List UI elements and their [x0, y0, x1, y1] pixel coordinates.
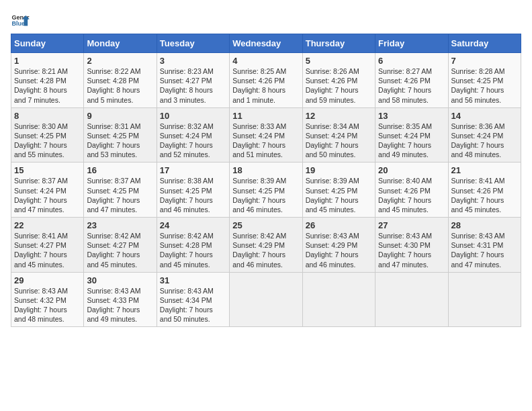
- header-wednesday: Wednesday: [230, 34, 302, 53]
- calendar-cell: 11Sunrise: 8:33 AM Sunset: 4:24 PM Dayli…: [230, 107, 302, 163]
- calendar-cell: 21Sunrise: 8:41 AM Sunset: 4:26 PM Dayli…: [448, 163, 521, 218]
- day-number: 7: [451, 56, 518, 66]
- header-saturday: Saturday: [448, 34, 521, 53]
- week-row-1: 1Sunrise: 8:21 AM Sunset: 4:28 PM Daylig…: [11, 53, 521, 108]
- calendar-cell: 1Sunrise: 8:21 AM Sunset: 4:28 PM Daylig…: [11, 53, 84, 108]
- day-number: 5: [306, 56, 372, 66]
- day-number: 21: [451, 165, 518, 175]
- cell-content: Sunrise: 8:37 AM Sunset: 4:24 PM Dayligh…: [14, 176, 81, 214]
- week-row-3: 15Sunrise: 8:37 AM Sunset: 4:24 PM Dayli…: [11, 163, 521, 218]
- cell-content: Sunrise: 8:28 AM Sunset: 4:25 PM Dayligh…: [451, 66, 518, 105]
- day-number: 15: [14, 165, 81, 175]
- cell-content: Sunrise: 8:42 AM Sunset: 4:29 PM Dayligh…: [232, 231, 299, 269]
- cell-content: Sunrise: 8:30 AM Sunset: 4:25 PM Dayligh…: [14, 122, 81, 160]
- day-number: 18: [232, 165, 299, 175]
- day-number: 13: [378, 111, 445, 121]
- calendar-cell: 17Sunrise: 8:38 AM Sunset: 4:25 PM Dayli…: [157, 163, 229, 218]
- calendar-cell: [375, 272, 448, 327]
- cell-content: Sunrise: 8:42 AM Sunset: 4:28 PM Dayligh…: [160, 231, 226, 269]
- calendar-cell: 29Sunrise: 8:43 AM Sunset: 4:32 PM Dayli…: [11, 272, 84, 327]
- cell-content: Sunrise: 8:43 AM Sunset: 4:34 PM Dayligh…: [160, 286, 226, 324]
- calendar-cell: 4Sunrise: 8:25 AM Sunset: 4:26 PM Daylig…: [230, 53, 302, 108]
- header-monday: Monday: [84, 34, 157, 53]
- cell-content: Sunrise: 8:35 AM Sunset: 4:24 PM Dayligh…: [378, 122, 445, 160]
- day-number: 2: [87, 56, 153, 66]
- calendar-table: SundayMondayTuesdayWednesdayThursdayFrid…: [11, 34, 521, 327]
- header-sunday: Sunday: [11, 34, 84, 53]
- generalblue-logo-icon: General Blue: [11, 11, 30, 30]
- cell-content: Sunrise: 8:21 AM Sunset: 4:28 PM Dayligh…: [14, 66, 81, 105]
- day-number: 11: [232, 111, 299, 121]
- cell-content: Sunrise: 8:43 AM Sunset: 4:33 PM Dayligh…: [87, 286, 153, 324]
- calendar-cell: 31Sunrise: 8:43 AM Sunset: 4:34 PM Dayli…: [157, 272, 229, 327]
- calendar-cell: 15Sunrise: 8:37 AM Sunset: 4:24 PM Dayli…: [11, 163, 84, 218]
- week-row-2: 8Sunrise: 8:30 AM Sunset: 4:25 PM Daylig…: [11, 107, 521, 163]
- cell-content: Sunrise: 8:25 AM Sunset: 4:26 PM Dayligh…: [232, 66, 299, 105]
- calendar-cell: 24Sunrise: 8:42 AM Sunset: 4:28 PM Dayli…: [157, 218, 229, 273]
- calendar-cell: 7Sunrise: 8:28 AM Sunset: 4:25 PM Daylig…: [448, 53, 521, 108]
- cell-content: Sunrise: 8:37 AM Sunset: 4:25 PM Dayligh…: [87, 176, 153, 214]
- day-number: 14: [451, 111, 518, 121]
- day-number: 9: [87, 111, 153, 121]
- day-number: 10: [160, 111, 226, 121]
- cell-content: Sunrise: 8:32 AM Sunset: 4:24 PM Dayligh…: [160, 122, 226, 160]
- header-friday: Friday: [375, 34, 448, 53]
- day-number: 12: [306, 111, 372, 121]
- calendar-header-row: SundayMondayTuesdayWednesdayThursdayFrid…: [11, 34, 521, 53]
- day-number: 19: [306, 165, 372, 175]
- header: General Blue: [11, 11, 521, 30]
- day-number: 4: [232, 56, 299, 66]
- day-number: 28: [451, 220, 518, 230]
- calendar-cell: 22Sunrise: 8:41 AM Sunset: 4:27 PM Dayli…: [11, 218, 84, 273]
- cell-content: Sunrise: 8:43 AM Sunset: 4:29 PM Dayligh…: [306, 231, 372, 269]
- day-number: 3: [160, 56, 226, 66]
- cell-content: Sunrise: 8:38 AM Sunset: 4:25 PM Dayligh…: [160, 176, 226, 214]
- cell-content: Sunrise: 8:31 AM Sunset: 4:25 PM Dayligh…: [87, 122, 153, 160]
- day-number: 25: [232, 220, 299, 230]
- calendar-cell: 10Sunrise: 8:32 AM Sunset: 4:24 PM Dayli…: [157, 107, 229, 163]
- calendar-cell: 2Sunrise: 8:22 AM Sunset: 4:28 PM Daylig…: [84, 53, 157, 108]
- calendar-cell: [302, 272, 375, 327]
- calendar-cell: 25Sunrise: 8:42 AM Sunset: 4:29 PM Dayli…: [230, 218, 302, 273]
- day-number: 16: [87, 165, 153, 175]
- cell-content: Sunrise: 8:26 AM Sunset: 4:26 PM Dayligh…: [306, 66, 372, 105]
- day-number: 23: [87, 220, 153, 230]
- calendar-cell: 12Sunrise: 8:34 AM Sunset: 4:24 PM Dayli…: [302, 107, 375, 163]
- cell-content: Sunrise: 8:43 AM Sunset: 4:32 PM Dayligh…: [14, 286, 81, 324]
- header-thursday: Thursday: [302, 34, 375, 53]
- calendar-cell: 30Sunrise: 8:43 AM Sunset: 4:33 PM Dayli…: [84, 272, 157, 327]
- day-number: 22: [14, 220, 81, 230]
- calendar-cell: 13Sunrise: 8:35 AM Sunset: 4:24 PM Dayli…: [375, 107, 448, 163]
- logo: General Blue: [11, 11, 30, 30]
- day-number: 26: [306, 220, 372, 230]
- cell-content: Sunrise: 8:34 AM Sunset: 4:24 PM Dayligh…: [306, 122, 372, 160]
- calendar-cell: 26Sunrise: 8:43 AM Sunset: 4:29 PM Dayli…: [302, 218, 375, 273]
- calendar-cell: 5Sunrise: 8:26 AM Sunset: 4:26 PM Daylig…: [302, 53, 375, 108]
- cell-content: Sunrise: 8:41 AM Sunset: 4:26 PM Dayligh…: [451, 176, 518, 214]
- calendar-cell: [448, 272, 521, 327]
- calendar-cell: 14Sunrise: 8:36 AM Sunset: 4:24 PM Dayli…: [448, 107, 521, 163]
- cell-content: Sunrise: 8:42 AM Sunset: 4:27 PM Dayligh…: [87, 231, 153, 269]
- cell-content: Sunrise: 8:23 AM Sunset: 4:27 PM Dayligh…: [160, 66, 226, 105]
- day-number: 6: [378, 56, 445, 66]
- day-number: 29: [14, 275, 81, 285]
- cell-content: Sunrise: 8:43 AM Sunset: 4:30 PM Dayligh…: [378, 231, 445, 269]
- cell-content: Sunrise: 8:27 AM Sunset: 4:26 PM Dayligh…: [378, 66, 445, 105]
- week-row-5: 29Sunrise: 8:43 AM Sunset: 4:32 PM Dayli…: [11, 272, 521, 327]
- cell-content: Sunrise: 8:43 AM Sunset: 4:31 PM Dayligh…: [451, 231, 518, 269]
- cell-content: Sunrise: 8:40 AM Sunset: 4:26 PM Dayligh…: [378, 176, 445, 214]
- calendar-cell: 3Sunrise: 8:23 AM Sunset: 4:27 PM Daylig…: [157, 53, 229, 108]
- calendar-cell: 27Sunrise: 8:43 AM Sunset: 4:30 PM Dayli…: [375, 218, 448, 273]
- cell-content: Sunrise: 8:41 AM Sunset: 4:27 PM Dayligh…: [14, 231, 81, 269]
- day-number: 31: [160, 275, 226, 285]
- cell-content: Sunrise: 8:33 AM Sunset: 4:24 PM Dayligh…: [232, 122, 299, 160]
- day-number: 24: [160, 220, 226, 230]
- week-row-4: 22Sunrise: 8:41 AM Sunset: 4:27 PM Dayli…: [11, 218, 521, 273]
- day-number: 20: [378, 165, 445, 175]
- day-number: 17: [160, 165, 226, 175]
- header-tuesday: Tuesday: [157, 34, 229, 53]
- cell-content: Sunrise: 8:39 AM Sunset: 4:25 PM Dayligh…: [232, 176, 299, 214]
- calendar-cell: 9Sunrise: 8:31 AM Sunset: 4:25 PM Daylig…: [84, 107, 157, 163]
- calendar-cell: 18Sunrise: 8:39 AM Sunset: 4:25 PM Dayli…: [230, 163, 302, 218]
- calendar-cell: 8Sunrise: 8:30 AM Sunset: 4:25 PM Daylig…: [11, 107, 84, 163]
